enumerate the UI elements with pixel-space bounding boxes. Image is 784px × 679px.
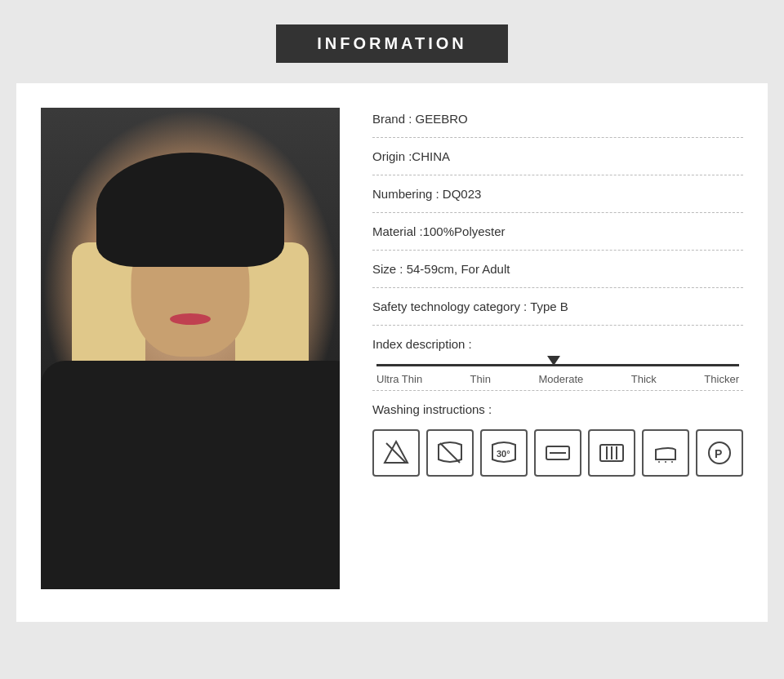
header-section: INFORMATION — [0, 0, 784, 83]
safety-row: Safety technology category : Type B — [372, 288, 743, 326]
size-row: Size : 54-59cm, For Adult — [372, 251, 743, 288]
washing-label: Washing instructions : — [372, 402, 743, 416]
label-thick: Thick — [631, 373, 657, 385]
main-content: Brand : GEEBRO Origin :CHINA Numbering :… — [16, 83, 768, 622]
product-image — [41, 108, 340, 589]
dry-flat-icon — [534, 429, 581, 477]
washing-section: Washing instructions : — [372, 391, 743, 482]
index-section: Index description : Ultra Thin Thin Mode… — [372, 326, 743, 391]
scarf-block — [41, 361, 340, 589]
lips — [170, 313, 211, 325]
hat-shape — [96, 153, 284, 267]
info-banner: INFORMATION — [276, 24, 508, 63]
material-row: Material :100%Polyester — [372, 213, 743, 251]
svg-text:P: P — [715, 447, 722, 460]
washing-icons: 30° — [372, 429, 743, 477]
no-bleach-icon — [372, 429, 420, 477]
dry-clean-icon: P — [696, 429, 743, 477]
brand-row: Brand : GEEBRO — [372, 112, 743, 138]
slider-marker — [547, 356, 560, 366]
origin-row: Origin :CHINA — [372, 138, 743, 175]
index-label: Index description : — [372, 337, 743, 351]
no-wash-icon — [426, 429, 474, 477]
label-thin: Thin — [470, 373, 491, 385]
slider-container: Ultra Thin Thin Moderate Thick Thicker — [376, 364, 739, 385]
info-section: Brand : GEEBRO Origin :CHINA Numbering :… — [372, 108, 743, 589]
numbering-row: Numbering : DQ023 — [372, 175, 743, 213]
svg-line-2 — [440, 443, 460, 463]
slider-labels: Ultra Thin Thin Moderate Thick Thicker — [376, 373, 739, 385]
label-moderate: Moderate — [538, 373, 583, 385]
svg-text:30°: 30° — [497, 449, 510, 459]
slider-track — [376, 364, 739, 366]
label-thicker: Thicker — [704, 373, 739, 385]
label-ultra-thin: Ultra Thin — [376, 373, 422, 385]
iron-low-icon — [642, 429, 689, 477]
tumble-dry-icon — [588, 429, 635, 477]
wash-30-icon: 30° — [480, 429, 528, 477]
